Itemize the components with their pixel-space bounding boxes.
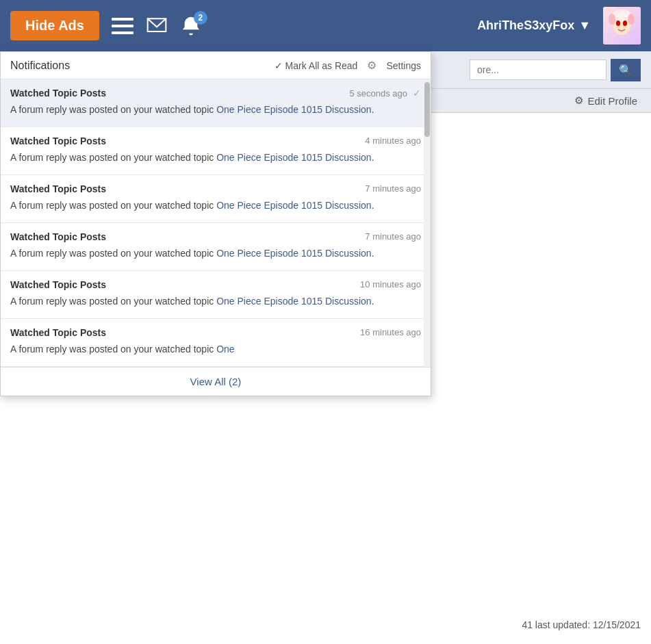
notification-item[interactable]: Watched Topic Posts 10 minutes ago A for… bbox=[1, 271, 431, 319]
messages-icon[interactable] bbox=[146, 15, 168, 37]
notification-item[interactable]: Watched Topic Posts 7 minutes ago A foru… bbox=[1, 175, 431, 223]
svg-point-7 bbox=[628, 14, 635, 25]
view-all-button[interactable]: View All (2) bbox=[1, 367, 431, 396]
svg-rect-2 bbox=[112, 31, 133, 34]
notifications-title: Notifications bbox=[10, 60, 268, 72]
top-nav: Hide Ads 2 AhriTheS3xyFox ▼ bbox=[0, 0, 651, 51]
checkmark-icon: ✓ bbox=[275, 60, 283, 71]
notification-item[interactable]: Watched Topic Posts 16 minutes ago A for… bbox=[1, 319, 431, 367]
notif-category: Watched Topic Posts bbox=[10, 279, 106, 290]
search-button[interactable]: 🔍 bbox=[611, 59, 641, 81]
notif-time: 7 minutes ago bbox=[365, 231, 421, 242]
notifications-body[interactable]: Watched Topic Posts 5 seconds ago ✓ A fo… bbox=[1, 79, 431, 367]
notification-item[interactable]: Watched Topic Posts 5 seconds ago ✓ A fo… bbox=[1, 79, 431, 127]
notification-item[interactable]: Watched Topic Posts 7 minutes ago A foru… bbox=[1, 223, 431, 271]
notifications-panel: Notifications ✓ Mark All as Read ⚙ Setti… bbox=[0, 51, 431, 396]
notif-time: 16 minutes ago bbox=[360, 327, 421, 337]
notifications-settings-link[interactable]: Settings bbox=[386, 60, 421, 71]
bell-badge: 2 bbox=[194, 11, 207, 25]
notif-topic-link[interactable]: One Piece Episode 1015 Discussion bbox=[216, 296, 371, 307]
notif-time: 7 minutes ago bbox=[365, 183, 421, 194]
username-area[interactable]: AhriTheS3xyFox ▼ bbox=[477, 18, 591, 33]
svg-rect-1 bbox=[112, 25, 133, 27]
mark-all-read-label: Mark All as Read bbox=[285, 60, 358, 71]
notif-category: Watched Topic Posts bbox=[10, 136, 106, 146]
notifications-settings-label: Settings bbox=[386, 60, 421, 71]
bell-icon-container[interactable]: 2 bbox=[180, 15, 202, 37]
gear-icon: ⚙ bbox=[574, 94, 583, 107]
notif-text: A forum reply was posted on your watched… bbox=[10, 246, 421, 261]
notif-time: 10 minutes ago bbox=[360, 279, 421, 289]
edit-profile-button[interactable]: ⚙ Edit Profile bbox=[574, 94, 637, 107]
notif-topic-link[interactable]: One Piece Episode 1015 Discussion bbox=[216, 152, 371, 163]
svg-point-6 bbox=[609, 14, 615, 25]
notif-text: A forum reply was posted on your watched… bbox=[10, 151, 421, 165]
notification-item[interactable]: Watched Topic Posts 4 minutes ago A foru… bbox=[1, 127, 431, 175]
avatar[interactable] bbox=[603, 7, 641, 44]
search-area: 🔍 bbox=[470, 59, 641, 81]
edit-profile-label: Edit Profile bbox=[587, 95, 637, 107]
scrollbar-track[interactable] bbox=[424, 79, 431, 367]
notif-text: A forum reply was posted on your watched… bbox=[10, 103, 421, 117]
notif-time: 5 seconds ago bbox=[349, 88, 407, 99]
notif-category: Watched Topic Posts bbox=[10, 88, 106, 99]
svg-point-8 bbox=[616, 21, 620, 26]
notifications-header: Notifications ✓ Mark All as Read ⚙ Setti… bbox=[1, 52, 431, 79]
svg-rect-0 bbox=[112, 18, 133, 21]
notif-text: A forum reply was posted on your watched… bbox=[10, 294, 421, 309]
menu-icon[interactable] bbox=[112, 15, 133, 37]
dropdown-arrow-icon: ▼ bbox=[578, 18, 591, 33]
svg-point-9 bbox=[623, 21, 627, 26]
username-text: AhriTheS3xyFox bbox=[477, 18, 574, 33]
notif-category: Watched Topic Posts bbox=[10, 183, 106, 194]
notif-topic-link[interactable]: One Piece Episode 1015 Discussion bbox=[216, 200, 371, 211]
search-input[interactable] bbox=[470, 60, 607, 80]
notif-time: 4 minutes ago bbox=[365, 136, 421, 146]
notif-text: A forum reply was posted on your watched… bbox=[10, 342, 421, 357]
scrollbar-thumb[interactable] bbox=[424, 82, 430, 137]
notif-topic-link[interactable]: One Piece Episode 1015 Discussion bbox=[216, 248, 371, 259]
hide-ads-button[interactable]: Hide Ads bbox=[10, 11, 99, 40]
notif-topic-link[interactable]: One bbox=[216, 344, 234, 355]
notif-topic-link[interactable]: One Piece Episode 1015 Discussion bbox=[216, 104, 371, 115]
notif-category: Watched Topic Posts bbox=[10, 231, 106, 242]
notif-text: A forum reply was posted on your watched… bbox=[10, 198, 421, 213]
read-checkmark-icon: ✓ bbox=[413, 88, 421, 99]
last-updated: 41 last updated: 12/15/2021 bbox=[522, 619, 641, 630]
notif-category: Watched Topic Posts bbox=[10, 327, 106, 338]
mark-all-read-link[interactable]: ✓ Mark All as Read bbox=[275, 60, 358, 71]
